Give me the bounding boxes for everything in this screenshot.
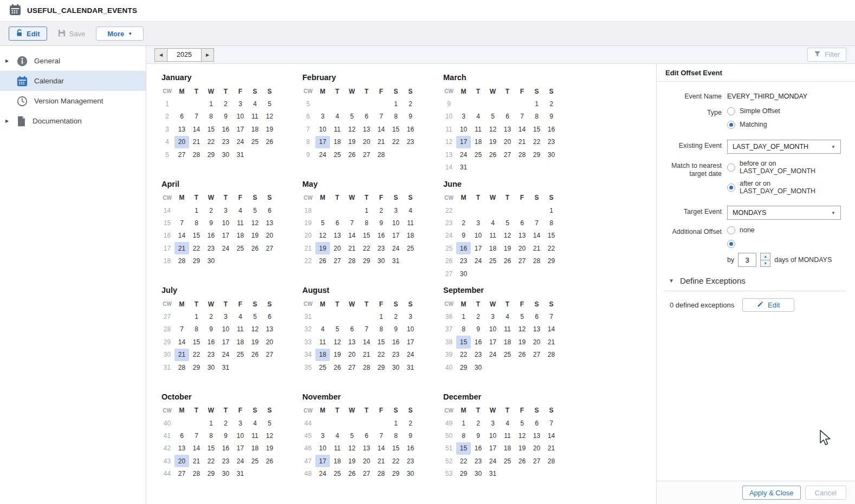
day-cell[interactable]: 29 bbox=[374, 361, 388, 374]
day-cell[interactable]: 13 bbox=[359, 442, 374, 455]
day-cell[interactable]: 11 bbox=[403, 217, 418, 229]
day-cell[interactable]: 6 bbox=[330, 217, 345, 229]
day-cell-highlighted[interactable]: 20 bbox=[174, 455, 189, 467]
day-cell-highlighted[interactable]: 17 bbox=[456, 136, 471, 148]
next-year-button[interactable]: ▶ bbox=[202, 48, 214, 62]
day-cell[interactable]: 7 bbox=[374, 429, 388, 442]
day-cell[interactable]: 20 bbox=[515, 242, 529, 254]
day-cell[interactable]: 5 bbox=[345, 110, 359, 123]
day-cell[interactable]: 28 bbox=[359, 361, 374, 374]
sidebar-item-calendar[interactable]: Calendar bbox=[0, 71, 146, 91]
apply-and-close-button[interactable]: Apply & Close bbox=[742, 486, 801, 500]
sidebar-item-documentation[interactable]: ▶Documentation bbox=[0, 111, 146, 131]
day-cell[interactable]: 28 bbox=[529, 254, 544, 267]
day-cell[interactable]: 22 bbox=[388, 136, 403, 148]
day-cell[interactable]: 9 bbox=[374, 217, 388, 229]
day-cell[interactable]: 15 bbox=[529, 123, 544, 135]
day-cell[interactable]: 10 bbox=[388, 217, 403, 229]
day-cell[interactable]: 28 bbox=[174, 361, 189, 374]
day-cell[interactable]: 6 bbox=[345, 323, 359, 336]
day-cell[interactable]: 10 bbox=[233, 110, 248, 123]
day-cell[interactable]: 3 bbox=[233, 97, 248, 110]
day-cell[interactable]: 18 bbox=[471, 136, 485, 148]
day-cell[interactable]: 17 bbox=[485, 336, 500, 348]
day-cell[interactable]: 16 bbox=[374, 230, 388, 242]
day-cell[interactable]: 16 bbox=[204, 230, 218, 242]
day-cell[interactable]: 20 bbox=[529, 336, 544, 348]
day-cell[interactable]: 22 bbox=[204, 455, 218, 467]
day-cell[interactable]: 17 bbox=[218, 336, 233, 348]
day-cell[interactable]: 2 bbox=[374, 204, 388, 217]
day-cell[interactable]: 18 bbox=[330, 455, 345, 467]
day-cell[interactable]: 7 bbox=[544, 310, 559, 323]
day-cell[interactable]: 24 bbox=[315, 148, 330, 161]
day-cell[interactable]: 7 bbox=[174, 323, 189, 336]
day-cell[interactable]: 20 bbox=[345, 349, 359, 361]
day-cell[interactable]: 6 bbox=[262, 204, 277, 217]
day-cell-highlighted[interactable]: 17 bbox=[315, 136, 330, 148]
day-cell[interactable]: 5 bbox=[262, 97, 277, 110]
day-cell[interactable]: 7 bbox=[174, 217, 189, 229]
day-cell[interactable]: 29 bbox=[544, 254, 559, 267]
day-cell[interactable]: 10 bbox=[218, 323, 233, 336]
day-cell[interactable]: 24 bbox=[388, 242, 403, 254]
day-cell[interactable]: 6 bbox=[359, 110, 374, 123]
day-cell[interactable]: 20 bbox=[359, 136, 374, 148]
day-cell[interactable]: 12 bbox=[330, 336, 345, 348]
day-cell[interactable]: 30 bbox=[544, 148, 559, 161]
day-cell[interactable]: 4 bbox=[500, 417, 515, 429]
day-cell[interactable]: 21 bbox=[374, 455, 388, 467]
day-cell[interactable]: 1 bbox=[189, 310, 204, 323]
day-cell[interactable]: 30 bbox=[471, 361, 485, 374]
day-cell[interactable]: 12 bbox=[262, 110, 277, 123]
day-cell[interactable]: 21 bbox=[345, 242, 359, 254]
day-cell[interactable]: 3 bbox=[218, 310, 233, 323]
day-cell[interactable]: 7 bbox=[529, 217, 544, 229]
day-cell[interactable]: 12 bbox=[485, 123, 500, 135]
day-cell[interactable]: 23 bbox=[374, 242, 388, 254]
day-cell[interactable]: 20 bbox=[262, 336, 277, 348]
day-cell[interactable]: 6 bbox=[500, 110, 515, 123]
day-cell[interactable]: 2 bbox=[403, 97, 418, 110]
day-cell[interactable]: 19 bbox=[345, 455, 359, 467]
day-cell[interactable]: 27 bbox=[359, 148, 374, 161]
day-cell[interactable]: 22 bbox=[204, 136, 218, 148]
day-cell[interactable]: 1 bbox=[456, 310, 471, 323]
day-cell[interactable]: 27 bbox=[529, 455, 544, 467]
day-cell[interactable]: 22 bbox=[456, 455, 471, 467]
day-cell[interactable]: 19 bbox=[330, 349, 345, 361]
day-cell[interactable]: 23 bbox=[218, 455, 233, 467]
day-cell[interactable]: 31 bbox=[403, 361, 418, 374]
day-cell[interactable]: 26 bbox=[262, 455, 277, 467]
day-cell[interactable]: 18 bbox=[248, 442, 262, 455]
day-cell[interactable]: 3 bbox=[388, 204, 403, 217]
day-cell[interactable]: 23 bbox=[204, 242, 218, 254]
day-cell[interactable]: 25 bbox=[500, 455, 515, 467]
edit-exceptions-button[interactable]: Edit bbox=[742, 298, 794, 312]
day-cell[interactable]: 5 bbox=[345, 429, 359, 442]
day-cell[interactable]: 13 bbox=[500, 123, 515, 135]
filter-button[interactable]: Filter bbox=[807, 48, 846, 62]
day-cell[interactable]: 11 bbox=[500, 323, 515, 336]
day-cell[interactable]: 24 bbox=[233, 455, 248, 467]
day-cell[interactable]: 2 bbox=[218, 417, 233, 429]
day-cell[interactable]: 19 bbox=[500, 242, 515, 254]
day-cell[interactable]: 4 bbox=[485, 217, 500, 229]
day-cell[interactable]: 8 bbox=[359, 217, 374, 229]
day-cell[interactable]: 27 bbox=[529, 349, 544, 361]
day-cell[interactable]: 21 bbox=[359, 349, 374, 361]
day-cell[interactable]: 14 bbox=[345, 230, 359, 242]
day-cell[interactable]: 28 bbox=[544, 455, 559, 467]
day-cell[interactable]: 20 bbox=[500, 136, 515, 148]
day-cell-highlighted[interactable]: 15 bbox=[456, 442, 471, 455]
day-cell[interactable]: 14 bbox=[529, 230, 544, 242]
day-cell[interactable]: 9 bbox=[204, 217, 218, 229]
day-cell[interactable]: 8 bbox=[204, 110, 218, 123]
day-cell[interactable]: 17 bbox=[218, 230, 233, 242]
day-cell[interactable]: 25 bbox=[330, 467, 345, 480]
day-cell[interactable]: 25 bbox=[315, 361, 330, 374]
day-cell[interactable]: 7 bbox=[189, 429, 204, 442]
day-cell[interactable]: 28 bbox=[189, 148, 204, 161]
day-cell[interactable]: 19 bbox=[345, 136, 359, 148]
day-cell-highlighted[interactable]: 19 bbox=[315, 242, 330, 254]
